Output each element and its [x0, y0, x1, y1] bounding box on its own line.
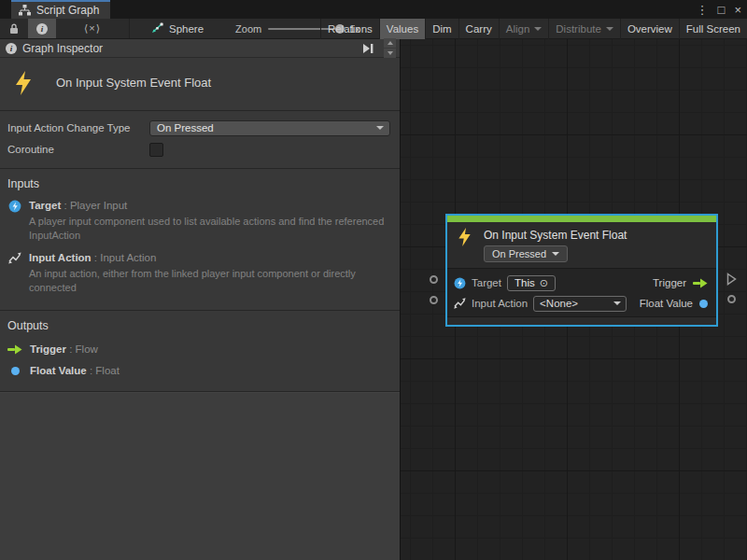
- node-on-input-system-event-float[interactable]: On Input System Event Float On Pressed: [445, 214, 718, 327]
- list-item: Trigger : Flow: [0, 339, 400, 360]
- code-view-button[interactable]: ⟨×⟩: [77, 19, 108, 38]
- distribute-button[interactable]: Distribute: [548, 19, 620, 39]
- scroll-down-button[interactable]: [384, 49, 396, 58]
- align-button[interactable]: Align: [499, 19, 549, 39]
- node-title: On Input System Event Float: [484, 227, 627, 242]
- chevron-down-icon: [613, 301, 621, 305]
- outputs-section-title: Outputs: [0, 316, 400, 339]
- full-screen-button[interactable]: Full Screen: [679, 19, 747, 39]
- chevron-down-icon: [552, 252, 559, 256]
- coroutine-label: Coroutine: [7, 144, 149, 155]
- inspected-node-title: On Input System Event Float: [56, 70, 211, 90]
- info-icon: i: [6, 43, 17, 54]
- port-description: An input action, either from the linked …: [29, 267, 386, 296]
- inspector-spinner: [384, 38, 396, 59]
- inspector-toggle-button[interactable]: i: [28, 19, 56, 38]
- chevron-down-icon: [534, 27, 542, 31]
- input-action-port-icon: [7, 251, 21, 296]
- values-button[interactable]: Values: [379, 19, 425, 39]
- node-row-input-action: Input Action <None> Float Value: [454, 293, 708, 314]
- target-input-port[interactable]: [430, 275, 438, 284]
- carry-button[interactable]: Carry: [458, 19, 499, 39]
- node-change-type-dropdown[interactable]: On Pressed: [484, 245, 568, 262]
- inputs-section-title: Inputs: [0, 175, 400, 197]
- inspector-empty-area: [0, 392, 400, 560]
- inspected-node-summary: On Input System Event Float: [0, 58, 400, 111]
- input-action-port-icon: [454, 298, 466, 309]
- change-type-label: Input Action Change Type: [7, 122, 149, 133]
- tab-script-graph[interactable]: Script Graph: [11, 0, 110, 19]
- player-input-port-icon: [7, 199, 21, 244]
- lock-icon: [9, 23, 19, 35]
- lock-button[interactable]: [0, 19, 28, 38]
- node-header[interactable]: On Input System Event Float On Pressed: [447, 222, 716, 268]
- event-bolt-icon: [13, 70, 34, 96]
- info-icon: i: [36, 23, 48, 35]
- distribute-label: Distribute: [556, 23, 601, 35]
- scroll-up-button[interactable]: [384, 38, 396, 48]
- close-icon[interactable]: ×: [734, 4, 741, 16]
- script-graph-icon: [150, 22, 163, 35]
- float-port-icon[interactable]: [699, 300, 708, 308]
- float-value-output-port[interactable]: [727, 295, 736, 303]
- target-object-field[interactable]: This ⊙: [507, 275, 556, 291]
- type-separator: :: [66, 343, 76, 355]
- window-controls: ⋮ □ ×: [697, 0, 741, 19]
- window-menu-icon[interactable]: ⋮: [697, 4, 709, 16]
- port-name: Target: [29, 200, 61, 211]
- dim-button[interactable]: Dim: [425, 19, 458, 39]
- float-value-port-label: Float Value: [640, 298, 693, 309]
- graph-canvas[interactable]: On Input System Event Float On Pressed: [401, 39, 747, 560]
- maximize-icon[interactable]: □: [718, 4, 726, 16]
- input-action-value: <None>: [540, 298, 578, 309]
- object-picker-icon[interactable]: ⊙: [540, 277, 548, 289]
- port-name: Trigger: [30, 343, 66, 355]
- type-separator: :: [87, 365, 96, 376]
- type-separator: :: [92, 252, 101, 263]
- graph-reference-button[interactable]: Sphere: [143, 19, 211, 38]
- tab-bar: Script Graph ⋮ □ ×: [0, 0, 747, 19]
- script-graph-window: Script Graph ⋮ □ × i ⟨×⟩ Sphe: [0, 0, 747, 560]
- panel-dock-icon[interactable]: [361, 43, 374, 54]
- event-bolt-icon: [457, 227, 472, 247]
- change-type-dropdown[interactable]: On Pressed: [149, 120, 390, 136]
- tab-label: Script Graph: [36, 4, 99, 17]
- input-action-input-port[interactable]: [430, 296, 438, 304]
- port-name: Float Value: [30, 365, 87, 376]
- input-action-port-label: Input Action: [472, 298, 528, 309]
- overview-button[interactable]: Overview: [620, 19, 679, 39]
- node-footer: [447, 316, 716, 325]
- coroutine-checkbox[interactable]: [149, 143, 163, 157]
- target-object-value: This: [514, 277, 535, 288]
- inspector-title: Graph Inspector: [22, 42, 356, 55]
- trigger-output-port[interactable]: [726, 273, 737, 289]
- port-type: Player Input: [70, 200, 127, 211]
- node-row-target: Target This ⊙ Trigger: [454, 273, 708, 293]
- flow-arrow-icon[interactable]: [693, 278, 708, 288]
- relations-button[interactable]: Relations: [320, 19, 379, 39]
- toolbar: i ⟨×⟩ Sphere Zoom 1x Relations Values Di…: [0, 19, 747, 39]
- chevron-down-icon: [376, 126, 384, 130]
- chevron-down-icon: [606, 27, 613, 31]
- toolbar-right-group: Relations Values Dim Carry Align Distrib…: [320, 19, 747, 39]
- align-label: Align: [506, 23, 530, 35]
- graph-reference-label: Sphere: [169, 23, 204, 35]
- list-item: Input Action : Input Action An input act…: [0, 249, 400, 301]
- list-item: Float Value : Float: [0, 360, 400, 382]
- port-description: A player input component used to list av…: [29, 215, 386, 244]
- float-port-icon: [7, 367, 22, 375]
- input-action-dropdown[interactable]: <None>: [533, 296, 627, 312]
- port-type: Float: [95, 365, 120, 376]
- target-port-label: Target: [472, 277, 501, 288]
- port-name: Input Action: [29, 252, 92, 263]
- type-separator: :: [61, 200, 70, 211]
- change-type-value: On Pressed: [157, 122, 214, 133]
- port-type: Flow: [76, 343, 98, 355]
- graph-hierarchy-icon: [19, 5, 31, 16]
- inspector-fields: Input Action Change Type On Pressed Coro…: [0, 111, 400, 169]
- outputs-section: Outputs Trigger : Flow Floa: [0, 311, 400, 392]
- port-type: Input Action: [100, 252, 156, 263]
- graph-inspector-panel: i Graph Inspector On Input System: [0, 39, 401, 560]
- inspector-header: i Graph Inspector: [0, 39, 400, 58]
- player-input-port-icon: [454, 277, 466, 289]
